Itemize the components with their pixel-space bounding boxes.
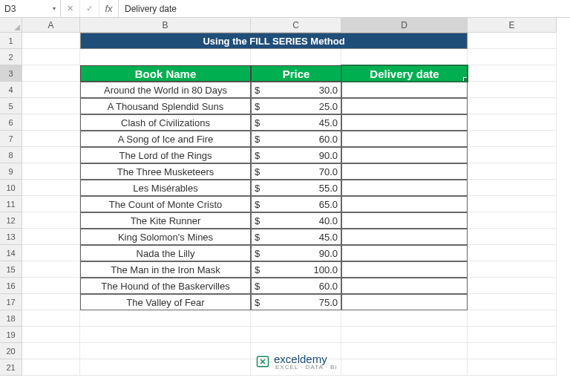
col-header-selected[interactable]: D [341, 18, 468, 33]
price-cell[interactable]: $55.0 [251, 180, 341, 196]
book-cell[interactable]: Les Misérables [80, 180, 251, 196]
cell[interactable] [22, 278, 80, 294]
cell[interactable] [22, 49, 80, 65]
cell[interactable] [468, 131, 557, 147]
row-header[interactable]: 1 [0, 33, 22, 49]
cell[interactable] [22, 180, 80, 196]
cell[interactable] [468, 359, 557, 376]
cell[interactable] [80, 310, 251, 327]
cell[interactable] [22, 327, 80, 343]
formula-input[interactable]: Delivery date [119, 0, 570, 17]
book-cell[interactable]: The Valley of Fear [80, 294, 251, 310]
delivery-cell[interactable] [341, 229, 468, 245]
cell[interactable] [22, 310, 80, 327]
cell[interactable] [22, 33, 80, 49]
cell[interactable] [468, 114, 557, 131]
header-price[interactable]: Price [251, 65, 341, 82]
title-cell[interactable]: Using the FILL SERIES Method [80, 33, 468, 49]
enter-icon[interactable]: ✓ [80, 0, 99, 17]
price-cell[interactable]: $70.0 [251, 163, 341, 180]
cell[interactable] [251, 327, 341, 343]
book-cell[interactable]: Around the World in 80 Days [80, 82, 251, 98]
cell[interactable] [468, 327, 557, 343]
price-cell[interactable]: $45.0 [251, 114, 341, 131]
cell[interactable] [468, 294, 557, 310]
cell[interactable] [251, 310, 341, 327]
book-cell[interactable]: The Man in the Iron Mask [80, 261, 251, 278]
row-header[interactable]: 20 [0, 343, 22, 359]
spreadsheet-grid[interactable]: A B C D E 1 Using the FILL SERIES Method… [0, 18, 570, 376]
row-header[interactable]: 14 [0, 245, 22, 261]
cell[interactable] [468, 196, 557, 212]
row-header[interactable]: 15 [0, 261, 22, 278]
row-header[interactable]: 11 [0, 196, 22, 212]
cell[interactable] [22, 114, 80, 131]
cell[interactable] [80, 359, 251, 376]
header-book[interactable]: Book Name [80, 65, 251, 82]
delivery-cell[interactable] [341, 147, 468, 163]
book-cell[interactable]: A Thousand Splendid Suns [80, 98, 251, 114]
header-delivery[interactable]: Delivery date [341, 65, 468, 82]
price-cell[interactable]: $90.0 [251, 147, 341, 163]
row-header[interactable]: 19 [0, 327, 22, 343]
cell[interactable] [468, 147, 557, 163]
row-header[interactable]: 8 [0, 147, 22, 163]
row-header[interactable]: 13 [0, 229, 22, 245]
cell[interactable] [22, 359, 80, 376]
cell[interactable] [468, 245, 557, 261]
price-cell[interactable]: $25.0 [251, 98, 341, 114]
cell[interactable] [341, 310, 468, 327]
delivery-cell[interactable] [341, 180, 468, 196]
col-header[interactable]: C [251, 18, 341, 33]
delivery-cell[interactable] [341, 261, 468, 278]
book-cell[interactable]: The Kite Runner [80, 212, 251, 229]
row-header[interactable]: 17 [0, 294, 22, 310]
delivery-cell[interactable] [341, 196, 468, 212]
cell[interactable] [468, 163, 557, 180]
select-all-corner[interactable] [0, 18, 22, 33]
price-cell[interactable]: $40.0 [251, 212, 341, 229]
cell[interactable] [341, 327, 468, 343]
price-cell[interactable]: $90.0 [251, 245, 341, 261]
cell[interactable] [468, 261, 557, 278]
book-cell[interactable]: The Lord of the Rings [80, 147, 251, 163]
name-box[interactable]: D3 [0, 0, 61, 17]
delivery-cell[interactable] [341, 131, 468, 147]
row-header[interactable]: 4 [0, 82, 22, 98]
delivery-cell[interactable] [341, 114, 468, 131]
price-cell[interactable]: $60.0 [251, 131, 341, 147]
price-cell[interactable]: $65.0 [251, 196, 341, 212]
row-header-selected[interactable]: 3 [0, 65, 22, 82]
cell[interactable] [468, 343, 557, 359]
cell[interactable] [22, 212, 80, 229]
book-cell[interactable]: Clash of Civilizations [80, 114, 251, 131]
cancel-icon[interactable]: ✕ [61, 0, 80, 17]
delivery-cell[interactable] [341, 163, 468, 180]
row-header[interactable]: 21 [0, 359, 22, 376]
cell[interactable] [468, 33, 557, 49]
delivery-cell[interactable] [341, 82, 468, 98]
cell[interactable] [341, 359, 468, 376]
row-header[interactable]: 12 [0, 212, 22, 229]
book-cell[interactable]: King Solomon's Mines [80, 229, 251, 245]
cell[interactable] [468, 278, 557, 294]
cell[interactable] [80, 49, 251, 65]
delivery-cell[interactable] [341, 245, 468, 261]
cell[interactable] [251, 49, 341, 65]
delivery-cell[interactable] [341, 294, 468, 310]
delivery-cell[interactable] [341, 278, 468, 294]
cell[interactable] [22, 163, 80, 180]
row-header[interactable]: 5 [0, 98, 22, 114]
book-cell[interactable]: The Count of Monte Cristo [80, 196, 251, 212]
cell[interactable] [341, 343, 468, 359]
cell[interactable] [80, 327, 251, 343]
cell[interactable] [468, 82, 557, 98]
cell[interactable] [468, 98, 557, 114]
row-header[interactable]: 16 [0, 278, 22, 294]
cell[interactable] [22, 245, 80, 261]
cell[interactable] [22, 294, 80, 310]
cell[interactable] [468, 229, 557, 245]
cell[interactable] [22, 229, 80, 245]
cell[interactable] [22, 147, 80, 163]
cell[interactable] [22, 131, 80, 147]
